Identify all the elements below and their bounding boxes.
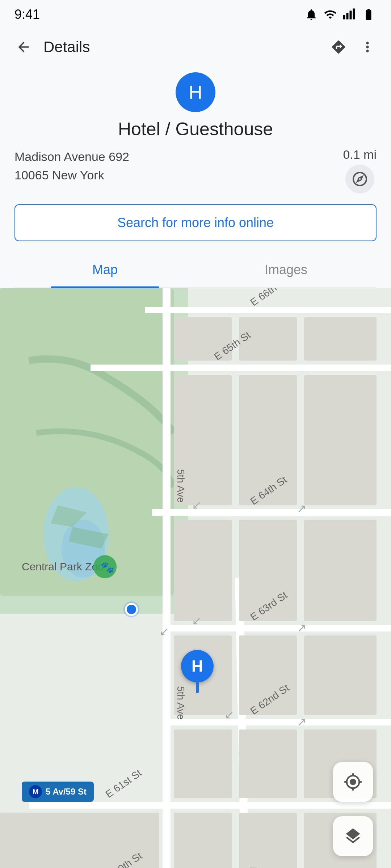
place-name: Hotel / Guesthouse <box>118 119 273 140</box>
svg-rect-0 <box>343 15 345 20</box>
svg-text:↙: ↙ <box>159 625 169 638</box>
svg-rect-29 <box>304 635 377 715</box>
place-address-row: Madison Avenue 692 10065 New York 0.1 mi <box>14 148 377 193</box>
place-avatar: H <box>176 72 215 112</box>
more-icon <box>360 39 375 55</box>
tabs-row: Map Images <box>14 252 377 288</box>
svg-rect-31 <box>239 729 297 798</box>
my-location-button[interactable] <box>333 762 373 802</box>
svg-rect-24 <box>174 520 232 621</box>
map-background: E 66th St E 65th St E 64th St E 63rd St … <box>0 288 391 868</box>
distance-col: 0.1 mi <box>343 148 377 193</box>
compass-button[interactable] <box>345 165 374 193</box>
svg-text:5th Ave: 5th Ave <box>175 469 186 503</box>
location-icon <box>344 773 362 791</box>
user-location-dot <box>125 603 138 616</box>
layers-icon <box>344 827 362 846</box>
back-button[interactable] <box>11 34 36 60</box>
notification-icon <box>305 8 318 21</box>
status-bar: 9:41 <box>0 0 391 29</box>
battery-icon <box>361 8 377 21</box>
svg-text:↗: ↗ <box>297 621 307 634</box>
transit-label: 5 Av/59 St <box>46 787 87 797</box>
page-title: Details <box>43 38 319 56</box>
place-address: Madison Avenue 692 10065 New York <box>14 148 129 184</box>
svg-text:↗: ↗ <box>297 715 307 728</box>
more-options-button[interactable] <box>355 34 380 60</box>
map-place-marker: H <box>181 650 214 693</box>
compass-icon <box>351 170 369 188</box>
top-bar: Details <box>0 29 391 65</box>
address-line2: 10065 New York <box>14 166 129 184</box>
svg-rect-26 <box>304 520 377 621</box>
map-area[interactable]: E 66th St E 65th St E 64th St E 63rd St … <box>0 288 391 868</box>
svg-rect-34 <box>174 813 232 868</box>
tab-map[interactable]: Map <box>14 252 196 288</box>
svg-text:↗: ↗ <box>297 502 307 515</box>
map-marker-tail <box>196 682 199 693</box>
svg-rect-20 <box>304 317 377 361</box>
map-layers-button[interactable] <box>333 816 373 856</box>
transit-badge[interactable]: M 5 Av/59 St <box>22 782 94 802</box>
svg-text:🐾: 🐾 <box>101 561 114 574</box>
tab-images[interactable]: Images <box>196 252 377 288</box>
svg-text:Central Park Zoo: Central Park Zoo <box>22 561 104 573</box>
search-online-button[interactable]: Search for more info online <box>14 204 377 241</box>
svg-text:↙: ↙ <box>224 708 234 721</box>
details-section: H Hotel / Guesthouse Madison Avenue 692 … <box>0 65 391 288</box>
svg-text:↙: ↙ <box>192 498 202 511</box>
top-actions <box>326 34 380 60</box>
svg-rect-23 <box>304 375 377 505</box>
svg-rect-2 <box>350 11 352 20</box>
back-icon <box>16 39 31 55</box>
svg-rect-35 <box>239 813 297 868</box>
svg-rect-3 <box>353 9 355 20</box>
status-time: 9:41 <box>14 7 40 22</box>
mta-icon: M <box>29 785 42 798</box>
map-marker-circle: H <box>181 650 214 682</box>
status-icons <box>305 8 377 21</box>
address-line1: Madison Avenue 692 <box>14 148 129 166</box>
directions-icon <box>331 39 346 55</box>
svg-rect-1 <box>346 13 349 20</box>
directions-button[interactable] <box>326 34 351 60</box>
signal-icon <box>342 8 356 21</box>
distance-text: 0.1 mi <box>343 148 377 162</box>
svg-text:↙: ↙ <box>192 614 202 627</box>
wifi-icon <box>323 8 337 21</box>
svg-rect-30 <box>174 729 232 798</box>
